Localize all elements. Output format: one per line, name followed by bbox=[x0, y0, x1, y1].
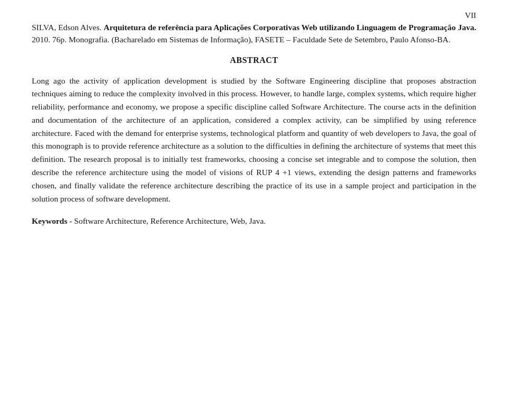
keywords-text: - Software Architecture, Reference Archi… bbox=[69, 216, 266, 225]
keywords-block: Keywords - Software Architecture, Refere… bbox=[32, 215, 476, 228]
citation-institution: (Bacharelado em Sistemas de Informação),… bbox=[112, 35, 451, 44]
citation-pages: 76p. bbox=[52, 35, 67, 44]
abstract-body: Long ago the activity of application dev… bbox=[32, 75, 476, 206]
abstract-text: Long ago the activity of application dev… bbox=[32, 75, 476, 206]
keywords-label: Keywords bbox=[32, 216, 67, 225]
citation-title: Arquitetura de referência para Aplicaçõe… bbox=[104, 23, 476, 32]
abstract-title: ABSTRACT bbox=[32, 56, 476, 65]
page-number: VII bbox=[465, 11, 476, 20]
citation-year: 2010. bbox=[32, 35, 50, 44]
page: VII SILVA, Edson Alves. Arquitetura de r… bbox=[0, 0, 508, 420]
citation-type: Monografia. bbox=[69, 35, 110, 44]
citation-block: SILVA, Edson Alves. Arquitetura de refer… bbox=[32, 21, 476, 46]
citation-author: SILVA, Edson Alves. bbox=[32, 23, 102, 32]
